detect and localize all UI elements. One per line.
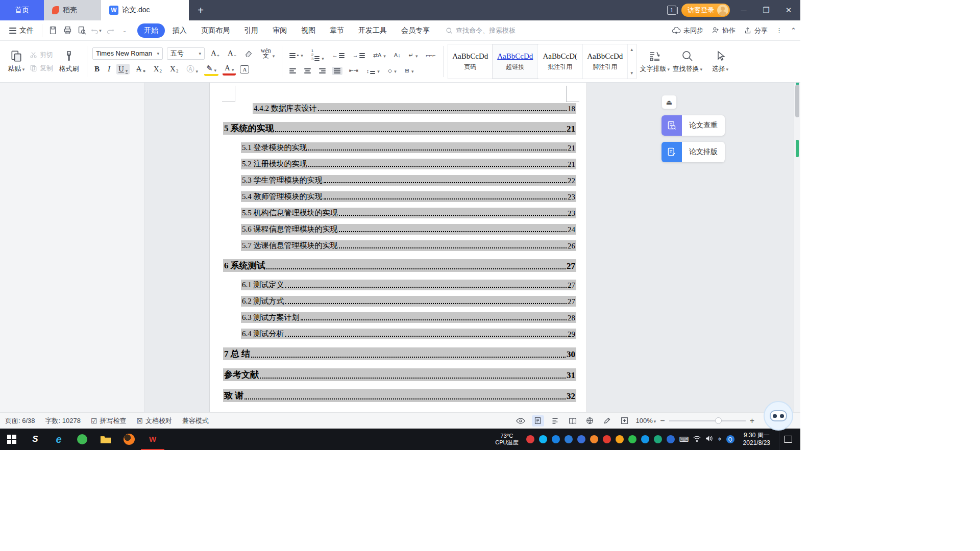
style-gallery-scroll[interactable]: ▲▼ <box>628 44 636 79</box>
strikethrough-button[interactable]: A▾ <box>134 64 147 74</box>
doc-proof-toggle[interactable]: ☒文档校对 <box>136 416 172 425</box>
toc-entry[interactable]: 6.3 测试方案计划 28 <box>210 312 576 323</box>
new-tab-button[interactable]: + <box>189 0 212 20</box>
toc-entry[interactable]: 致 谢 32 <box>210 389 576 402</box>
toc-entry[interactable]: 参考文献 31 <box>210 368 576 381</box>
toc-entry[interactable]: 5.5 机构信息管理模块的实现 23 <box>210 208 576 218</box>
decrease-indent-button[interactable]: ← <box>330 51 347 60</box>
toc-entry[interactable]: 6 系统测试 27 <box>210 259 576 272</box>
print-preview-button[interactable] <box>75 24 88 37</box>
fit-page-button[interactable] <box>619 415 631 427</box>
bold-button[interactable]: B <box>92 64 102 74</box>
tray-red-app[interactable] <box>526 435 534 443</box>
font-color-button[interactable]: A▾ <box>223 63 236 76</box>
toc-entry[interactable]: 5.4 教师管理模块的实现 23 <box>210 191 576 202</box>
tab-home[interactable]: 首页 <box>0 0 44 20</box>
ribbon-tab-审阅[interactable]: 审阅 <box>266 23 293 38</box>
paste-button[interactable]: 粘贴▾ <box>3 49 30 73</box>
taskbar-app-ie[interactable]: e <box>47 429 70 450</box>
distribute-button[interactable]: ⇤⇥ <box>347 66 360 76</box>
ribbon-tab-会员专享[interactable]: 会员专享 <box>395 23 436 38</box>
paper-check-button[interactable]: 论文查重 <box>662 115 725 136</box>
collapse-ribbon-button[interactable]: ⌃ <box>791 27 796 34</box>
align-right-button[interactable] <box>317 67 328 75</box>
search-tray-icon[interactable]: Q <box>726 435 734 443</box>
increase-indent-button[interactable]: → <box>351 51 367 60</box>
style-preset[interactable]: AaBbCcDd超链接 <box>493 44 538 79</box>
paper-layout-button[interactable]: 论文排版 <box>662 142 725 162</box>
toc-entry[interactable]: 4.4.2 数据库表设计 18 <box>210 103 576 114</box>
vertical-scrollbar[interactable] <box>794 83 800 412</box>
ribbon-tab-开始[interactable]: 开始 <box>137 23 165 38</box>
undo-button[interactable]: ▾ <box>89 24 103 37</box>
start-button[interactable] <box>0 429 23 450</box>
character-border-button[interactable]: A <box>240 65 249 73</box>
style-preset[interactable]: AaBbCcDd脚注引用 <box>583 44 628 79</box>
line-spacing-button[interactable]: ↕▾ <box>364 66 382 76</box>
select-tool-button[interactable]: 选择▾ <box>704 50 737 73</box>
ribbon-tab-插入[interactable]: 插入 <box>166 23 193 38</box>
word-count[interactable]: 字数: 10278 <box>45 416 81 425</box>
toc-entry[interactable]: 6.1 测试定义 27 <box>210 280 576 290</box>
pin-tray-icon[interactable]: ⌖ <box>718 435 721 443</box>
toc-entry[interactable]: 5.1 登录模块的实现 21 <box>210 142 576 153</box>
close-button[interactable]: ✕ <box>780 0 797 20</box>
format-painter-button[interactable]: 格式刷 <box>53 49 85 73</box>
keyboard-tray-icon[interactable]: ⌨ <box>679 436 689 443</box>
superscript-button[interactable]: X2 <box>152 64 164 74</box>
text-layout-button[interactable]: 文字排版▾ <box>639 50 671 73</box>
text-direction-button[interactable]: ⇄A▾ <box>371 51 388 60</box>
tray-orange-app[interactable] <box>590 435 598 443</box>
zoom-level-select[interactable]: 100%▾ <box>636 417 656 424</box>
ribbon-tab-章节[interactable]: 章节 <box>323 23 351 38</box>
numbered-list-button[interactable]: 123▾ <box>309 47 326 63</box>
text-effects-button[interactable]: Ⓐ▾ <box>184 63 200 75</box>
save-button[interactable] <box>46 24 60 37</box>
copy-button[interactable]: 复制 <box>30 64 53 73</box>
tab-ruler-button[interactable]: ⌐⌐⌐ <box>424 51 437 60</box>
subscript-button[interactable]: X2 <box>168 64 180 74</box>
zoom-out-button[interactable]: − <box>660 416 665 425</box>
more-options-button[interactable]: ⋮ <box>776 27 782 34</box>
justify-button[interactable] <box>332 67 342 75</box>
bullet-list-button[interactable]: •▾ <box>287 51 305 60</box>
style-preset[interactable]: AaBbCcD(批注引用 <box>538 44 583 79</box>
toc-entry[interactable]: 6.2 测试方式 27 <box>210 296 576 307</box>
scrollbar-thumb[interactable] <box>795 85 799 117</box>
sort-button[interactable]: A↓ <box>392 51 403 60</box>
taskbar-app-explorer[interactable] <box>94 429 117 450</box>
share-button[interactable]: 分享 <box>744 26 768 35</box>
toc-entry[interactable]: 7 总 结 30 <box>210 347 576 360</box>
toc-entry[interactable]: 5.6 课程信息管理模块的实现 24 <box>210 224 576 235</box>
find-replace-button[interactable]: 查找替换▾ <box>671 50 704 73</box>
document-page[interactable]: 4.4.2 数据库表设计 18 5 系统的实现 21 5.1 登录模块的实现 <box>209 83 587 422</box>
toc-entry[interactable]: 5.7 选课信息管理模块的实现 26 <box>210 240 576 251</box>
taskbar-app-browser[interactable] <box>70 429 94 450</box>
clear-format-button[interactable] <box>242 49 255 58</box>
zoom-slider-knob[interactable] <box>715 417 722 424</box>
restore-button[interactable]: ❐ <box>757 0 775 20</box>
page-indicator[interactable]: 页面: 6/38 <box>5 416 35 425</box>
tray-green-app[interactable] <box>628 435 636 443</box>
font-family-select[interactable]: Times New Roman▾ <box>92 47 163 60</box>
tray-bluetooth[interactable] <box>667 435 675 443</box>
spell-check-toggle[interactable]: ☑拼写检查 <box>91 416 127 425</box>
borders-button[interactable]: ⊞▾ <box>403 66 416 76</box>
network-tray-icon[interactable] <box>693 436 701 443</box>
ribbon-tab-页面布局[interactable]: 页面布局 <box>194 23 236 38</box>
decrease-font-button[interactable]: A− <box>226 48 238 59</box>
phonetic-guide-button[interactable]: wén文▾ <box>259 47 277 59</box>
style-preset[interactable]: AaBbCcDd页码 <box>448 44 493 79</box>
shading-button[interactable]: ◇▾ <box>386 66 399 76</box>
font-size-select[interactable]: 五号▾ <box>167 47 205 60</box>
page-view-button[interactable] <box>532 415 544 427</box>
web-layout-button[interactable] <box>584 415 596 427</box>
tab-document[interactable]: W 论文.doc <box>101 0 189 20</box>
outline-view-button[interactable] <box>549 415 561 427</box>
zoom-slider[interactable] <box>669 420 746 421</box>
tray-tim[interactable] <box>539 435 547 443</box>
volume-tray-icon[interactable] <box>705 435 713 443</box>
tray-orange-dot[interactable] <box>616 435 624 443</box>
toc-entry[interactable]: 5 系统的实现 21 <box>210 122 576 135</box>
taskbar-app-firefox[interactable] <box>117 429 141 450</box>
